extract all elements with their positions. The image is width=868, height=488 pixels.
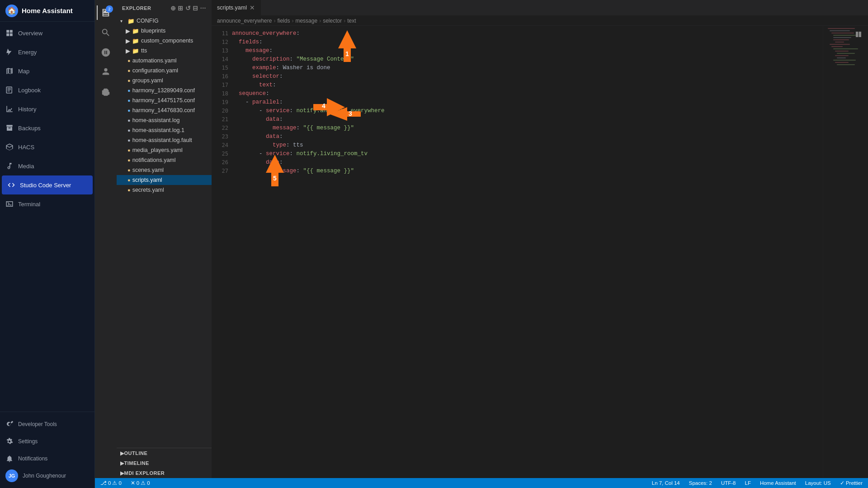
sidebar-item-studio-code[interactable]: Studio Code Server [2,175,93,194]
archive-icon [5,124,14,132]
file-ha-log[interactable]: ● home-assistant.log [117,115,212,125]
svg-rect-8 [831,46,843,47]
sidebar-item-hacs[interactable]: HACS [0,137,94,156]
timeline-section[interactable]: ▶ TIMELINE [117,458,212,468]
more-icon[interactable]: ··· [200,5,206,12]
file-harmony3[interactable]: ● harmony_14476830.conf [117,105,212,115]
file-label: harmony_13289049.conf [132,87,195,94]
file-icon-yaml-selected: ● [127,177,131,183]
breadcrumb-item-0[interactable]: announce_everywhere [217,18,272,24]
collapse-icon[interactable]: ⊟ [193,5,198,12]
status-spaces[interactable]: Spaces: 2 [687,480,714,486]
sidebar-item-settings[interactable]: Settings [0,433,94,450]
file-icon-conf: ● [127,108,131,113]
vsc-extensions-btn[interactable] [97,83,115,101]
breadcrumb-item-2[interactable]: message [295,18,317,24]
breadcrumb-item-4[interactable]: text [347,18,356,24]
status-position[interactable]: Ln 7, Col 14 [650,480,682,486]
file-harmony2[interactable]: ● harmony_14475175.conf [117,95,212,105]
breadcrumb-sep: › [319,18,321,24]
nav-label-map: Map [18,68,29,75]
status-encoding[interactable]: UTF-8 [719,480,738,486]
status-errors[interactable]: ✕ 0 ⚠ 0 [129,480,152,486]
file-media-players[interactable]: ● media_players.yaml [117,145,212,155]
file-ha-log1[interactable]: ● home-assistant.log.1 [117,125,212,135]
sidebar-item-profile[interactable]: JG John Goughenour [0,467,94,484]
outline-section[interactable]: ▶ OUTLINE [117,448,212,458]
svg-rect-0 [828,28,855,29]
tab-scripts-yaml[interactable]: scripts.yaml ✕ [212,0,261,15]
arrow-icon: ▶ [120,460,124,466]
branch-icon: ⎇ [100,480,107,486]
debug-icon [101,67,111,77]
status-layout[interactable]: Layout: US [803,480,833,486]
split-editor-btn[interactable] [853,28,864,40]
new-file-icon[interactable]: ⊕ [170,5,176,12]
gear-icon [5,437,14,445]
explorer-header: EXPLORER ⊕ ⊞ ↺ ⊟ ··· [117,0,212,16]
sidebar-item-media[interactable]: Media [0,156,94,175]
status-prettier[interactable]: ✓ Prettier [838,480,864,486]
vsc-git-btn[interactable] [97,43,115,62]
file-icon-yaml: ● [127,58,131,63]
file-icon-conf: ● [127,88,131,93]
code-editor[interactable]: announce_everywhere: fields: message: de… [232,26,823,478]
sidebar-item-energy[interactable]: Energy [0,43,94,62]
status-line-ending[interactable]: LF [743,480,753,486]
svg-rect-13 [837,57,846,58]
file-custom-components[interactable]: ▶ 📁 custom_components [117,36,212,46]
status-branch[interactable]: ⎇ 0 ⚠ 0 [99,480,123,486]
status-warnings-text: 0 [118,480,121,486]
breadcrumb-item-1[interactable]: fields [277,18,290,24]
file-notifications[interactable]: ● notifications.yaml [117,155,212,165]
tab-close-btn[interactable]: ✕ [250,4,255,11]
sidebar-item-backups[interactable]: Backups [0,118,94,137]
explorer-actions: ⊕ ⊞ ↺ ⊟ ··· [170,5,206,12]
sidebar-item-terminal[interactable]: Terminal [0,194,94,213]
file-label: secrets.yaml [132,187,164,193]
mdi-explorer-section[interactable]: ▶ MDI EXPLORER [117,468,212,478]
sidebar-item-overview[interactable]: Overview [0,24,94,43]
file-scripts[interactable]: ● scripts.yaml [117,175,212,185]
nav-label-media: Media [18,163,34,170]
svg-rect-6 [835,42,844,43]
refresh-icon[interactable]: ↺ [185,5,191,12]
sidebar-item-history[interactable]: History [0,99,94,118]
sidebar-item-dev-tools[interactable]: Developer Tools [0,416,94,433]
sidebar-item-map[interactable]: Map [0,62,94,81]
section-label: TIMELINE [124,460,149,466]
file-ha-log-fault[interactable]: ● home-assistant.log.fault [117,135,212,145]
file-scenes[interactable]: ● scenes.yaml [117,165,212,175]
config-folder[interactable]: ▾ 📁 CONFIG [117,16,212,26]
status-language[interactable]: Home Assistant [758,480,798,486]
new-folder-icon[interactable]: ⊞ [178,5,184,12]
file-groups[interactable]: ● groups.yaml [117,76,212,85]
chart-icon [5,105,14,113]
vsc-debug-btn[interactable] [97,63,115,81]
breadcrumb-item-3[interactable]: selector [323,18,342,24]
music-icon [5,162,14,170]
svg-rect-16 [837,64,855,65]
sidebar-bottom: Developer Tools Settings Notifications J… [0,412,94,488]
file-harmony1[interactable]: ● harmony_13289049.conf [117,85,212,95]
file-tts[interactable]: ▶ 📁 tts [117,46,212,56]
file-icon-yaml: ● [127,157,131,163]
vsc-search-btn[interactable] [97,24,115,42]
file-blueprints[interactable]: ▶ 📁 blueprints [117,26,212,36]
file-label: scenes.yaml [132,167,164,173]
vsc-explorer-btn[interactable]: 2 [97,4,115,22]
nav-label-hacs: HACS [18,144,34,151]
sidebar-item-logbook[interactable]: Logbook [0,81,94,99]
line-numbers: 11 12 13 14 15 16 17 18 19 20 21 22 23 2… [212,26,232,478]
nav-label-history: History [18,106,36,113]
file-icon-yaml: ● [127,147,131,153]
grid-icon [5,29,14,37]
sidebar-item-notifications[interactable]: Notifications [0,450,94,467]
status-bar: ⎇ 0 ⚠ 0 ✕ 0 ⚠ 0 Ln 7, Col 14 Spaces: 2 [95,478,868,488]
file-automations[interactable]: ● automations.yaml [117,56,212,66]
breadcrumb-sep: › [292,18,293,24]
section-label: OUTLINE [124,450,148,456]
file-secrets[interactable]: ● secrets.yaml [117,185,212,195]
file-configuration[interactable]: ● configuration.yaml [117,66,212,76]
folder-icon-blueprints: 📁 [132,28,139,34]
